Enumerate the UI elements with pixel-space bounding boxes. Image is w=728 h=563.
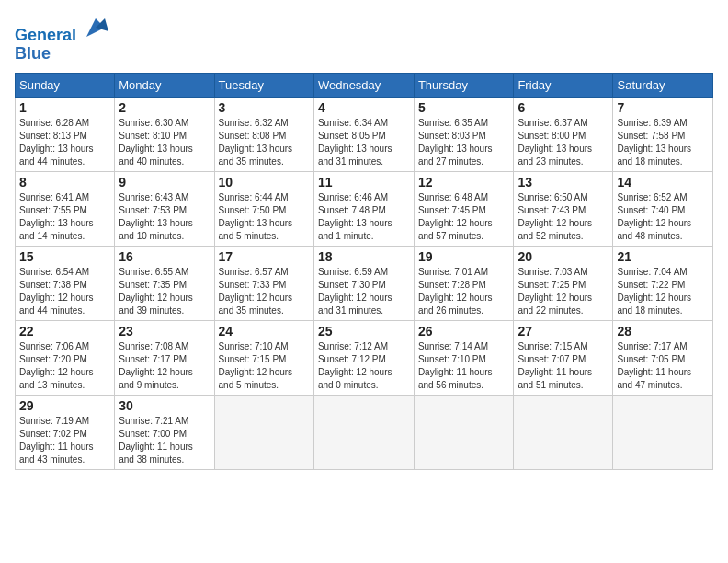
week-row-4: 22Sunrise: 7:06 AM Sunset: 7:20 PM Dayli… — [16, 320, 713, 395]
calendar-cell: 21Sunrise: 7:04 AM Sunset: 7:22 PM Dayli… — [613, 246, 713, 320]
calendar-cell: 7Sunrise: 6:39 AM Sunset: 7:58 PM Daylig… — [613, 97, 713, 171]
day-info: Sunrise: 6:44 AM Sunset: 7:50 PM Dayligh… — [219, 191, 310, 243]
calendar-cell: 13Sunrise: 6:50 AM Sunset: 7:43 PM Dayli… — [514, 171, 613, 246]
day-number: 6 — [518, 100, 609, 115]
calendar-cell: 19Sunrise: 7:01 AM Sunset: 7:28 PM Dayli… — [414, 246, 514, 320]
day-number: 16 — [119, 249, 210, 264]
day-number: 8 — [19, 175, 110, 190]
day-info: Sunrise: 6:57 AM Sunset: 7:33 PM Dayligh… — [219, 266, 310, 317]
day-number: 21 — [617, 249, 709, 264]
day-header-sunday: Sunday — [16, 73, 115, 97]
calendar-cell: 22Sunrise: 7:06 AM Sunset: 7:20 PM Dayli… — [16, 320, 115, 395]
week-row-2: 8Sunrise: 6:41 AM Sunset: 7:55 PM Daylig… — [16, 171, 713, 246]
calendar-cell: 17Sunrise: 6:57 AM Sunset: 7:33 PM Dayli… — [214, 246, 313, 320]
logo-general: General — [15, 26, 76, 44]
day-info: Sunrise: 7:08 AM Sunset: 7:17 PM Dayligh… — [119, 340, 210, 392]
calendar-cell — [613, 395, 713, 469]
day-info: Sunrise: 6:39 AM Sunset: 7:58 PM Dayligh… — [617, 117, 709, 168]
day-number: 18 — [318, 249, 410, 264]
day-number: 15 — [19, 249, 110, 264]
day-info: Sunrise: 6:54 AM Sunset: 7:38 PM Dayligh… — [19, 266, 110, 317]
calendar-cell — [514, 395, 613, 469]
day-number: 7 — [617, 100, 709, 115]
day-number: 19 — [418, 249, 510, 264]
day-header-thursday: Thursday — [414, 73, 514, 97]
day-header-saturday: Saturday — [613, 73, 713, 97]
calendar-cell: 1Sunrise: 6:28 AM Sunset: 8:13 PM Daylig… — [16, 97, 115, 171]
day-header-wednesday: Wednesday — [313, 73, 414, 97]
calendar-cell: 9Sunrise: 6:43 AM Sunset: 7:53 PM Daylig… — [115, 171, 214, 246]
day-number: 9 — [119, 175, 210, 190]
day-number: 13 — [518, 175, 609, 190]
calendar-cell: 23Sunrise: 7:08 AM Sunset: 7:17 PM Dayli… — [115, 320, 214, 395]
day-info: Sunrise: 7:15 AM Sunset: 7:07 PM Dayligh… — [518, 340, 609, 392]
day-number: 26 — [418, 324, 510, 339]
day-number: 23 — [119, 324, 210, 339]
calendar-cell: 27Sunrise: 7:15 AM Sunset: 7:07 PM Dayli… — [514, 320, 613, 395]
day-info: Sunrise: 7:14 AM Sunset: 7:10 PM Dayligh… — [418, 340, 510, 392]
calendar-cell: 5Sunrise: 6:35 AM Sunset: 8:03 PM Daylig… — [414, 97, 514, 171]
day-info: Sunrise: 7:12 AM Sunset: 7:12 PM Dayligh… — [318, 340, 410, 392]
day-info: Sunrise: 6:50 AM Sunset: 7:43 PM Dayligh… — [518, 191, 609, 243]
day-info: Sunrise: 7:04 AM Sunset: 7:22 PM Dayligh… — [617, 266, 709, 317]
header: General Blue — [15, 15, 713, 63]
day-number: 20 — [518, 249, 609, 264]
calendar-cell: 25Sunrise: 7:12 AM Sunset: 7:12 PM Dayli… — [313, 320, 414, 395]
day-info: Sunrise: 7:17 AM Sunset: 7:05 PM Dayligh… — [617, 340, 709, 392]
day-info: Sunrise: 7:10 AM Sunset: 7:15 PM Dayligh… — [219, 340, 310, 392]
calendar-cell: 18Sunrise: 6:59 AM Sunset: 7:30 PM Dayli… — [313, 246, 414, 320]
day-number: 1 — [19, 100, 110, 115]
day-number: 12 — [418, 175, 510, 190]
day-info: Sunrise: 7:06 AM Sunset: 7:20 PM Dayligh… — [19, 340, 110, 392]
day-number: 29 — [19, 398, 110, 413]
day-info: Sunrise: 6:52 AM Sunset: 7:40 PM Dayligh… — [617, 191, 709, 243]
calendar-cell: 4Sunrise: 6:34 AM Sunset: 8:05 PM Daylig… — [313, 97, 414, 171]
day-info: Sunrise: 6:55 AM Sunset: 7:35 PM Dayligh… — [119, 266, 210, 317]
day-header-tuesday: Tuesday — [214, 73, 313, 97]
day-info: Sunrise: 6:46 AM Sunset: 7:48 PM Dayligh… — [318, 191, 410, 243]
logo-blue: Blue — [15, 44, 51, 63]
day-number: 11 — [318, 175, 410, 190]
day-info: Sunrise: 6:48 AM Sunset: 7:45 PM Dayligh… — [418, 191, 510, 243]
calendar-cell: 10Sunrise: 6:44 AM Sunset: 7:50 PM Dayli… — [214, 171, 313, 246]
day-number: 5 — [418, 100, 510, 115]
day-info: Sunrise: 6:41 AM Sunset: 7:55 PM Dayligh… — [19, 191, 110, 243]
day-info: Sunrise: 6:34 AM Sunset: 8:05 PM Dayligh… — [318, 117, 410, 168]
calendar-cell: 15Sunrise: 6:54 AM Sunset: 7:38 PM Dayli… — [16, 246, 115, 320]
day-number: 17 — [219, 249, 310, 264]
day-info: Sunrise: 6:43 AM Sunset: 7:53 PM Dayligh… — [119, 191, 210, 243]
calendar-cell: 6Sunrise: 6:37 AM Sunset: 8:00 PM Daylig… — [514, 97, 613, 171]
logo: General Blue — [15, 15, 108, 63]
day-info: Sunrise: 6:30 AM Sunset: 8:10 PM Dayligh… — [119, 117, 210, 168]
day-info: Sunrise: 7:03 AM Sunset: 7:25 PM Dayligh… — [518, 266, 609, 317]
day-info: Sunrise: 6:37 AM Sunset: 8:00 PM Dayligh… — [518, 117, 609, 168]
days-header-row: SundayMondayTuesdayWednesdayThursdayFrid… — [16, 73, 713, 97]
day-number: 27 — [518, 324, 609, 339]
logo-icon — [83, 15, 108, 40]
calendar-cell: 2Sunrise: 6:30 AM Sunset: 8:10 PM Daylig… — [115, 97, 214, 171]
day-info: Sunrise: 7:21 AM Sunset: 7:00 PM Dayligh… — [119, 415, 210, 466]
calendar-cell: 20Sunrise: 7:03 AM Sunset: 7:25 PM Dayli… — [514, 246, 613, 320]
day-number: 10 — [219, 175, 310, 190]
calendar-cell: 28Sunrise: 7:17 AM Sunset: 7:05 PM Dayli… — [613, 320, 713, 395]
calendar-cell: 8Sunrise: 6:41 AM Sunset: 7:55 PM Daylig… — [16, 171, 115, 246]
calendar-cell — [313, 395, 414, 469]
day-info: Sunrise: 6:28 AM Sunset: 8:13 PM Dayligh… — [19, 117, 110, 168]
day-info: Sunrise: 7:01 AM Sunset: 7:28 PM Dayligh… — [418, 266, 510, 317]
day-number: 30 — [119, 398, 210, 413]
calendar-cell — [414, 395, 514, 469]
day-number: 25 — [318, 324, 410, 339]
calendar-cell: 11Sunrise: 6:46 AM Sunset: 7:48 PM Dayli… — [313, 171, 414, 246]
day-info: Sunrise: 6:35 AM Sunset: 8:03 PM Dayligh… — [418, 117, 510, 168]
day-info: Sunrise: 6:59 AM Sunset: 7:30 PM Dayligh… — [318, 266, 410, 317]
week-row-3: 15Sunrise: 6:54 AM Sunset: 7:38 PM Dayli… — [16, 246, 713, 320]
day-header-monday: Monday — [115, 73, 214, 97]
day-info: Sunrise: 7:19 AM Sunset: 7:02 PM Dayligh… — [19, 415, 110, 466]
calendar-cell: 30Sunrise: 7:21 AM Sunset: 7:00 PM Dayli… — [115, 395, 214, 469]
calendar-cell: 24Sunrise: 7:10 AM Sunset: 7:15 PM Dayli… — [214, 320, 313, 395]
calendar-cell: 12Sunrise: 6:48 AM Sunset: 7:45 PM Dayli… — [414, 171, 514, 246]
calendar-cell: 14Sunrise: 6:52 AM Sunset: 7:40 PM Dayli… — [613, 171, 713, 246]
day-number: 24 — [219, 324, 310, 339]
calendar-cell — [214, 395, 313, 469]
day-header-friday: Friday — [514, 73, 613, 97]
